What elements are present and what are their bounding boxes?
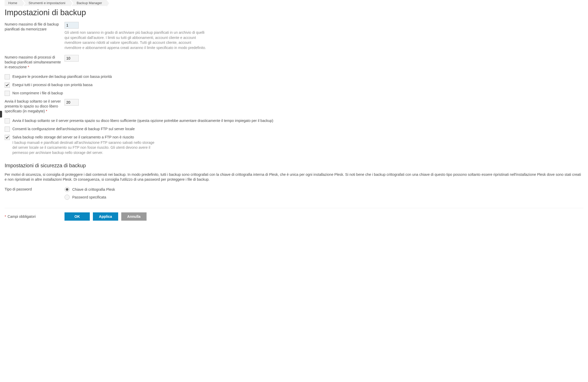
checkbox-save-server-if-ftp-fail-hint: I backup manuali e pianificati destinati… (12, 140, 157, 155)
checkbox-no-compress[interactable] (5, 91, 10, 96)
security-section-title: Impostazioni di sicurezza di backup (5, 163, 583, 169)
check-icon (5, 136, 9, 139)
checkbox-low-priority-scheduled-label: Eseguire le procedure dei backup pianifi… (12, 74, 112, 79)
max-processes-label: Numero massimo di processi di backup pia… (5, 55, 65, 70)
breadcrumb-home[interactable]: Home (5, 0, 22, 6)
breadcrumb-tools[interactable]: Strumenti e impostazioni (23, 0, 70, 6)
checkbox-low-priority-all-label: Esegui tutti i processi di backup con pr… (12, 82, 93, 87)
checkbox-no-compress-label: Non comprimere i file di backup (12, 91, 63, 95)
required-mark: * (28, 65, 29, 69)
max-files-label: Numero massimo di file di backup pianifi… (5, 22, 65, 32)
side-feedback-tab[interactable] (0, 111, 2, 118)
disk-space-input[interactable] (65, 99, 79, 106)
max-processes-input[interactable] (65, 55, 79, 62)
max-files-input[interactable] (65, 22, 79, 29)
breadcrumb-backup-manager[interactable]: Backup Manager (71, 0, 107, 6)
radio-specified-password-label: Password specificata (72, 195, 106, 199)
breadcrumb: Home Strumenti e impostazioni Backup Man… (5, 0, 583, 6)
checkbox-save-server-if-ftp-fail-label: Salva backup nello storage del server se… (12, 135, 157, 139)
radio-specified-password[interactable] (65, 195, 70, 200)
page-title: Impostazioni di backup (5, 8, 583, 17)
checkbox-free-space-check-label: Avvia il backup soltanto se il server pr… (12, 118, 273, 123)
checkbox-allow-ftp-local-label: Consenti la configurazione dell'archivia… (12, 127, 135, 131)
disk-space-label: Avvia il backup soltanto se il server pr… (5, 99, 65, 114)
checkbox-allow-ftp-local[interactable] (5, 127, 10, 132)
checkbox-free-space-check[interactable] (5, 118, 10, 123)
radio-plesk-key[interactable] (65, 187, 70, 192)
checkbox-low-priority-scheduled[interactable] (5, 74, 10, 79)
checkbox-save-server-if-ftp-fail[interactable] (5, 135, 10, 140)
max-files-hint: Gli utenti non saranno in grado di archi… (65, 30, 209, 50)
cancel-button[interactable]: Annulla (121, 212, 147, 221)
ok-button[interactable]: OK (65, 212, 90, 221)
required-fields-note: * Campi obbligatori (5, 214, 65, 219)
security-section-text: Per motivi di sicurezza, si consiglia di… (5, 172, 583, 182)
divider (5, 208, 583, 208)
radio-plesk-key-label: Chiave di crittografia Plesk (72, 187, 115, 192)
apply-button[interactable]: Applica (93, 212, 118, 221)
password-type-label: Tipo di password (5, 187, 65, 192)
required-mark: * (46, 109, 47, 113)
check-icon (5, 83, 9, 87)
checkbox-low-priority-all[interactable] (5, 82, 10, 88)
